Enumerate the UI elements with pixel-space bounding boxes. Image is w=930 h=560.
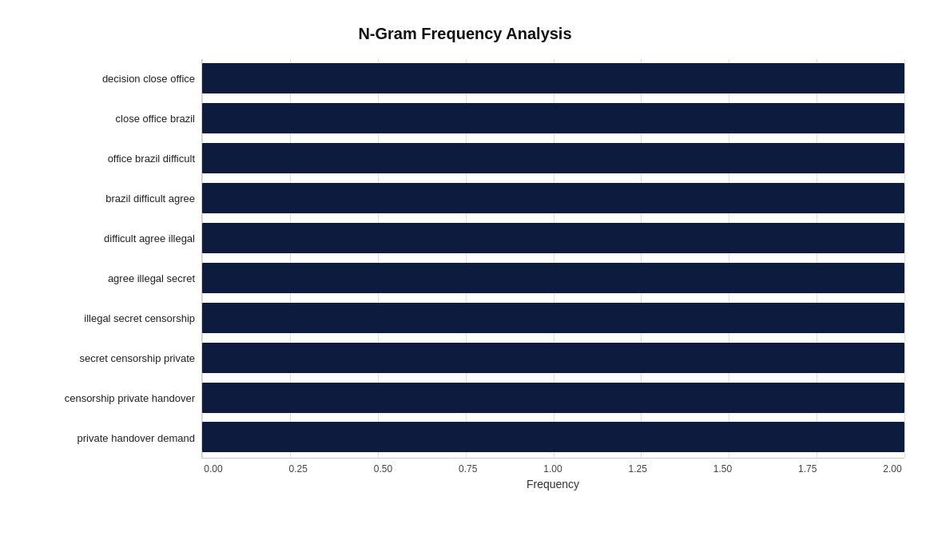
chart-container: N-Gram Frequency Analysis decision close… <box>10 9 920 552</box>
x-axis: 0.000.250.500.751.001.251.501.752.00 <box>26 463 904 475</box>
x-tick: 1.50 <box>711 463 735 475</box>
bar <box>202 383 904 413</box>
bar <box>202 303 904 333</box>
bar <box>202 63 904 93</box>
chart-title: N-Gram Frequency Analysis <box>26 25 904 43</box>
y-label: decision close office <box>26 59 195 99</box>
y-label: office brazil difficult <box>26 139 195 179</box>
y-label: censorship private handover <box>26 379 195 419</box>
bars-grid <box>201 59 904 459</box>
x-tick: 1.25 <box>626 463 650 475</box>
y-label: brazil difficult agree <box>26 179 195 219</box>
x-tick: 0.00 <box>201 463 225 475</box>
y-label: agree illegal secret <box>26 259 195 299</box>
x-tick-row: 0.000.250.500.751.001.251.501.752.00 <box>201 463 904 475</box>
x-tick: 0.50 <box>372 463 395 475</box>
bar-row <box>202 141 904 176</box>
bar <box>202 143 904 173</box>
x-tick: 0.75 <box>456 463 480 475</box>
y-labels: decision close officeclose office brazil… <box>26 59 201 459</box>
x-axis-label: Frequency <box>26 478 904 490</box>
bar <box>202 183 904 213</box>
x-tick: 1.00 <box>541 463 565 475</box>
y-label: close office brazil <box>26 99 195 139</box>
bar <box>202 263 904 293</box>
y-label: difficult agree illegal <box>26 219 195 259</box>
y-label: private handover demand <box>26 419 195 459</box>
x-tick: 2.00 <box>880 463 904 475</box>
bar <box>202 103 904 133</box>
bar-row <box>202 300 904 336</box>
bar-row <box>202 220 904 256</box>
bar <box>202 223 904 253</box>
bar-row <box>202 380 904 415</box>
bar-row <box>202 101 904 136</box>
bar-row <box>202 181 904 216</box>
bar-row <box>202 260 904 296</box>
chart-area: decision close officeclose office brazil… <box>26 59 904 490</box>
bar-row <box>202 61 904 96</box>
y-label: secret censorship private <box>26 339 195 379</box>
bar-row <box>202 340 904 375</box>
bar-row <box>202 419 904 455</box>
x-tick: 0.25 <box>286 463 310 475</box>
bars-wrapper: decision close officeclose office brazil… <box>26 59 904 459</box>
grid-line <box>904 59 905 458</box>
x-tick: 1.75 <box>796 463 820 475</box>
y-label: illegal secret censorship <box>26 299 195 339</box>
bar <box>202 422 904 452</box>
bar <box>202 343 904 373</box>
